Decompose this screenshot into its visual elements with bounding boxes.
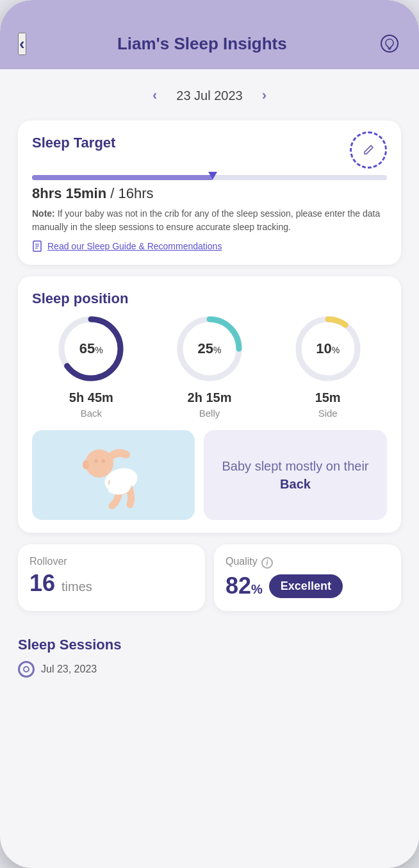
session-date-row[interactable]: Jul 23, 2023: [18, 661, 401, 678]
sleep-progress-bar: [32, 175, 387, 180]
belly-label: Belly: [199, 408, 220, 419]
side-label: Side: [318, 408, 338, 419]
sleep-position-card: Sleep position 65% 5h 45m Back: [18, 276, 401, 533]
app-header: ‹ Liam's Sleep Insights: [0, 0, 419, 69]
side-pct-label: 10%: [316, 340, 340, 357]
back-button[interactable]: ‹: [18, 33, 26, 55]
quality-label: Quality: [226, 556, 258, 567]
bottom-stats-row: Rollover 16 times Quality i 82% Excellen…: [18, 544, 401, 611]
light-icon[interactable]: [378, 32, 401, 55]
sleep-time-display: 8hrs 15min / 16hrs: [32, 185, 387, 202]
current-date: 23 Jul 2023: [176, 88, 242, 103]
edit-target-button[interactable]: [350, 131, 387, 169]
sleep-position-title: Sleep position: [32, 290, 128, 306]
quality-pct: 82%: [226, 572, 263, 599]
svg-point-16: [94, 459, 98, 463]
sleep-position-note: Baby slept mostly on their Back: [204, 430, 387, 520]
date-navigation: ‹ 23 Jul 2023 ›: [18, 82, 401, 109]
sessions-title: Sleep Sessions: [18, 637, 401, 653]
svg-point-17: [101, 459, 105, 463]
next-date-button[interactable]: ›: [262, 87, 267, 104]
sleep-note: Note: If your baby was not in the crib f…: [32, 207, 387, 234]
rollover-label: Rollover: [29, 556, 193, 567]
position-bottom-row: Baby slept mostly on their Back: [32, 430, 387, 520]
sleep-guide-link[interactable]: Read our Sleep Guide & Recommendations: [32, 240, 387, 252]
belly-pct-label: 25%: [198, 340, 222, 357]
position-back: 65% 5h 45m Back: [56, 313, 126, 419]
back-time: 5h 45m: [69, 390, 113, 405]
quality-info-icon[interactable]: i: [261, 557, 273, 569]
position-side: 10% 15m Side: [293, 313, 363, 419]
session-date-text: Jul 23, 2023: [41, 664, 97, 675]
excellent-badge: Excellent: [269, 574, 343, 598]
sleep-sessions-section: Sleep Sessions Jul 23, 2023: [0, 637, 419, 684]
baby-image: [32, 430, 195, 520]
svg-point-15: [83, 460, 89, 469]
position-circles-container: 65% 5h 45m Back 25% 2h 15m Belly: [32, 313, 387, 419]
sleep-target-title: Sleep Target: [32, 135, 115, 151]
prev-date-button[interactable]: ‹: [152, 87, 157, 104]
back-pct-label: 65%: [79, 340, 103, 357]
rollover-card: Rollover 16 times: [18, 544, 205, 611]
position-belly: 25% 2h 15m Belly: [174, 313, 245, 419]
quality-row: 82% Excellent: [226, 572, 390, 599]
back-label: Back: [81, 408, 102, 419]
page-title: Liam's Sleep Insights: [117, 34, 287, 54]
sleep-target-card: Sleep Target 8hrs 15min / 16hrs Note: [18, 121, 401, 265]
side-time: 15m: [315, 390, 341, 405]
session-date-icon: [18, 661, 35, 678]
quality-card: Quality i 82% Excellent: [214, 544, 401, 611]
rollover-value: 16 times: [29, 570, 193, 597]
belly-time: 2h 15m: [188, 390, 232, 405]
